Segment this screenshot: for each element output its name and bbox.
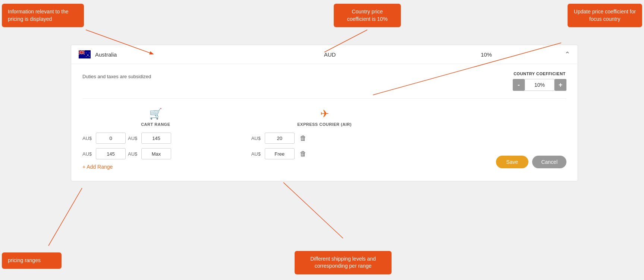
callout-shipping: Different shipping levels and correspond… — [295, 251, 392, 274]
svg-line-19 — [48, 188, 82, 246]
chevron-up-icon[interactable]: ⌃ — [565, 50, 570, 58]
express-courier-label: EXPRESS COURIER (AIR) — [297, 122, 352, 127]
cart-row2-to-input[interactable] — [141, 148, 171, 159]
express-row2-input[interactable] — [265, 148, 295, 159]
svg-text:★: ★ — [89, 52, 90, 54]
svg-rect-9 — [79, 52, 85, 53]
cart-row1-to-input[interactable] — [141, 133, 171, 144]
cart-row2-from-input[interactable] — [96, 148, 126, 159]
coefficient-value-input[interactable] — [525, 79, 555, 91]
coefficient-plus-button[interactable]: + — [555, 79, 566, 91]
country-name: Australia — [95, 51, 252, 58]
express-courier-column: ✈ EXPRESS COURIER (AIR) AU$ 🗑 AU$ 🗑 — [251, 108, 398, 170]
australia-flag: ★ ★ ★ ★ ★ — [79, 50, 91, 58]
callout-info: Information relevant to the pricing is d… — [2, 4, 84, 27]
express-row1-prefix: AU$ — [251, 136, 263, 141]
coefficient-minus-button[interactable]: - — [513, 79, 525, 91]
cart-row1-to-prefix: AU$ — [128, 136, 139, 141]
express-row-1: AU$ 🗑 — [251, 133, 398, 144]
duties-text: Duties and taxes are subsidized — [82, 71, 401, 79]
cart-row1-from-prefix: AU$ — [82, 136, 94, 141]
cart-range-row-1: AU$ AU$ — [82, 133, 229, 144]
express-row2-prefix: AU$ — [251, 151, 263, 157]
shipping-section: 🛒 CART RANGE AU$ AU$ AU$ AU$ + — [82, 108, 566, 170]
action-buttons: Save Cancel — [496, 156, 567, 168]
express-row-2: AU$ 🗑 — [251, 148, 398, 159]
svg-text:★: ★ — [89, 56, 90, 57]
main-panel: ★ ★ ★ ★ ★ Australia AUD 10% ⌃ Duties and… — [71, 45, 578, 181]
express-courier-header: ✈ EXPRESS COURIER (AIR) — [251, 108, 398, 127]
svg-line-20 — [283, 182, 343, 238]
expanded-section: Duties and taxes are subsidized COUNTRY … — [71, 64, 578, 181]
callout-coeff-value: Country price coefficient is 10% — [334, 4, 401, 27]
cart-range-label: CART RANGE — [141, 122, 170, 127]
coefficient-control: - + — [513, 79, 566, 91]
svg-text:★: ★ — [86, 56, 87, 57]
callout-update: Update price coefficient for focus count… — [568, 4, 642, 27]
coefficient-label: COUNTRY COEFFICIENT — [513, 71, 566, 76]
cart-range-column: 🛒 CART RANGE AU$ AU$ AU$ AU$ + — [82, 108, 229, 170]
cart-row1-from-input[interactable] — [96, 133, 126, 144]
country-header-row[interactable]: ★ ★ ★ ★ ★ Australia AUD 10% ⌃ — [71, 45, 578, 64]
cart-range-header: 🛒 CART RANGE — [82, 108, 229, 127]
cart-row2-from-prefix: AU$ — [82, 151, 94, 157]
add-range-button[interactable]: + Add Range — [82, 164, 113, 170]
cart-icon: 🛒 — [149, 108, 162, 120]
coefficient-display: 10% — [408, 51, 565, 58]
express-row2-delete-icon[interactable]: 🗑 — [300, 150, 307, 158]
cancel-button[interactable]: Cancel — [532, 156, 566, 168]
coefficient-section: COUNTRY COEFFICIENT - + — [513, 71, 566, 91]
plane-icon: ✈ — [320, 108, 329, 120]
currency-code: AUD — [252, 51, 408, 58]
save-button[interactable]: Save — [496, 156, 529, 168]
cart-row2-to-prefix: AU$ — [128, 151, 139, 157]
cart-range-row-2: AU$ AU$ — [82, 148, 229, 159]
svg-text:★: ★ — [86, 52, 87, 54]
express-row1-delete-icon[interactable]: 🗑 — [300, 134, 307, 142]
callout-ranges: pricing ranges — [2, 252, 62, 269]
express-row1-input[interactable] — [265, 133, 295, 144]
info-coefficient-row: Duties and taxes are subsidized COUNTRY … — [82, 71, 566, 99]
